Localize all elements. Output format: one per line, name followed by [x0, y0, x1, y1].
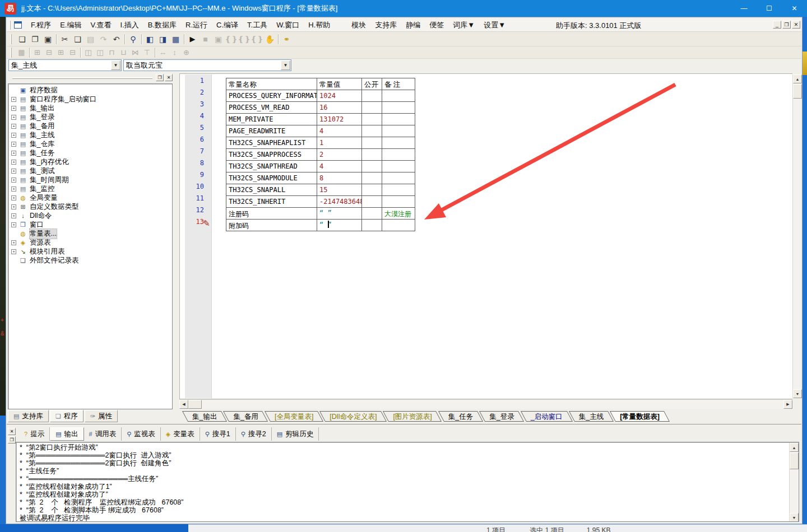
toolbar-icon[interactable]: ▤ [84, 33, 97, 45]
menu-item[interactable]: T.工具 [243, 19, 272, 31]
toolbar-icon[interactable]: ⊞ [55, 47, 67, 58]
toolbar-icon[interactable]: ⊤ [141, 47, 153, 58]
panel-tab[interactable]: ❏ 程序 [50, 410, 84, 422]
tree-item[interactable]: + ❏ 外部文件记录表 [10, 256, 171, 265]
tree-item[interactable]: + ▤ 集_测试 [10, 166, 171, 175]
scroll-left-icon[interactable]: ◀ [179, 400, 188, 409]
constant-name-cell[interactable]: TH32CS_SNAPHEAPLIST [226, 137, 317, 149]
tree-item[interactable]: + ▤ 集_仓库 [10, 139, 171, 148]
editor-tab[interactable]: 集_主线 [572, 411, 611, 422]
public-cell[interactable] [362, 184, 382, 196]
tree-item[interactable]: + ⊞ 自定义数据类型 [10, 202, 171, 211]
editor-tab[interactable]: [常量数据表] [613, 411, 667, 422]
toolbar-icon[interactable] [78, 47, 82, 58]
menu-item[interactable]: H.帮助 [304, 19, 335, 31]
toolbar-icon[interactable]: ❴❵ [225, 33, 238, 45]
toolbar-icon[interactable]: ⚭ [280, 33, 293, 45]
mdi-window-button[interactable]: ✕ [792, 21, 800, 29]
panel-close-button[interactable]: ✕ [165, 74, 173, 81]
public-cell[interactable] [362, 208, 382, 220]
constant-value-cell[interactable]: 2 [317, 149, 362, 161]
tree-item[interactable]: + ▤ 集_备用 [10, 122, 171, 130]
output-tab[interactable]: ▤ 输出 [50, 427, 84, 441]
constant-name-cell[interactable]: PROCESS_VM_READ [226, 102, 317, 114]
expand-plus-icon[interactable]: + [11, 240, 16, 245]
menu-item[interactable]: 支持库 [370, 19, 401, 31]
public-cell[interactable] [362, 102, 382, 114]
column-header[interactable]: 公开 [362, 78, 382, 90]
editor-tab[interactable]: 集_备用 [226, 411, 265, 422]
constant-name-cell[interactable]: TH32CS_INHERIT [226, 196, 317, 208]
editor-tab[interactable]: 集_任务 [441, 411, 480, 422]
toolbar-icon[interactable]: ▦ [169, 33, 182, 45]
public-cell[interactable] [362, 161, 382, 172]
tree-item[interactable]: + ▤ 集_主线 [10, 130, 171, 139]
expand-plus-icon[interactable]: + [11, 160, 16, 165]
toolbar-icon[interactable]: ⊓ [106, 47, 118, 58]
menu-item[interactable]: 设置▼ [479, 19, 510, 31]
panel-tab[interactable]: ✑ 属性 [85, 410, 118, 422]
expand-plus-icon[interactable]: + [11, 115, 16, 120]
tree-item[interactable]: + ▤ 集_监控 [10, 184, 171, 193]
table-row[interactable]: TH32CS_SNAPHEAPLIST 1 [226, 137, 415, 149]
toolbar-icon[interactable]: ▣ [212, 33, 225, 45]
menu-item[interactable]: V.查看 [86, 19, 115, 31]
remark-cell[interactable] [382, 125, 415, 137]
panel-grip[interactable] [12, 77, 152, 79]
minimize-button[interactable]: — [731, 0, 757, 17]
output-tab[interactable]: ▤ 剪辑历史 [272, 427, 319, 441]
output-restore-icon[interactable]: ❐ [8, 436, 16, 444]
toolbar-icon[interactable]: ↔ [157, 47, 169, 58]
tree-item[interactable]: + ▤ 集_内存优化 [10, 157, 171, 166]
toolbar-icon[interactable]: ❴❵ [238, 33, 251, 45]
constant-name-cell[interactable]: TH32CS_SNAPALL [226, 184, 317, 196]
column-header[interactable]: 常量值 [317, 78, 362, 90]
tree-item[interactable]: + ❒ 窗口 [10, 220, 171, 229]
menu-item[interactable]: F.程序 [26, 19, 55, 31]
remark-cell[interactable] [382, 137, 415, 149]
toolbar-icon[interactable]: ⊕ [180, 47, 192, 58]
constant-value-cell[interactable]: 1024 [317, 90, 362, 102]
toolbar-icon[interactable]: ❴❵ [251, 33, 263, 45]
document-icon[interactable] [14, 21, 22, 29]
expand-plus-icon[interactable]: + [11, 142, 16, 147]
constant-value-cell[interactable]: 8 [317, 172, 362, 184]
editor-tab[interactable]: [图片资源表] [386, 411, 439, 422]
expand-plus-icon[interactable]: + [11, 97, 16, 102]
toolbar-icon[interactable]: ⚲ [127, 33, 140, 45]
mdi-window-button[interactable]: ❐ [782, 21, 791, 29]
tree-item[interactable]: + ↘ 模块引用表 [10, 247, 171, 256]
table-row[interactable]: TH32CS_SNAPALL 15 [226, 184, 415, 196]
public-cell[interactable] [362, 172, 382, 184]
constant-name-cell[interactable]: 附加码 [226, 220, 317, 231]
editor-tab[interactable]: 集_登录 [482, 411, 521, 422]
tree-item[interactable]: + ↓ Dll命令 [10, 211, 171, 220]
output-tab[interactable]: ⚲ 搜寻1 [200, 427, 236, 441]
expand-plus-icon[interactable]: + [11, 151, 16, 156]
chevron-down-icon[interactable]: ▼ [111, 60, 120, 70]
menu-item[interactable]: C.编译 [212, 19, 243, 31]
editor-tab[interactable]: 集_输出 [185, 411, 224, 422]
remark-cell[interactable] [382, 149, 415, 161]
table-row[interactable]: 注册码 “ ” 大漠注册 [226, 208, 415, 220]
toolbar-icon[interactable] [182, 33, 186, 45]
remark-cell[interactable] [382, 172, 415, 184]
tree-item[interactable]: + ▤ 集_输出 [10, 104, 171, 113]
table-row[interactable]: TH32CS_SNAPPROCESS 2 [226, 149, 415, 161]
panel-restore-button[interactable]: ❐ [156, 74, 164, 81]
remark-cell[interactable] [382, 102, 415, 114]
scroll-down-icon[interactable]: ▼ [790, 513, 799, 522]
toolbar-icon[interactable]: ✂ [58, 33, 71, 45]
constant-name-cell[interactable]: TH32CS_SNAPPROCESS [226, 149, 317, 161]
output-log[interactable]: * “第2窗口执行开始游戏” * “第══════════════2窗口执行 进… [16, 442, 799, 522]
menu-item[interactable]: E.编辑 [55, 19, 86, 31]
constant-name-cell[interactable]: PAGE_READWRITE [226, 125, 317, 137]
scrollbar-thumb[interactable] [790, 452, 799, 469]
public-cell[interactable] [362, 196, 382, 208]
expand-plus-icon[interactable]: + [11, 204, 16, 209]
constant-value-cell[interactable]: 4 [317, 161, 362, 172]
menu-item[interactable]: R.运行 [181, 19, 212, 31]
expand-plus-icon[interactable]: + [11, 213, 16, 218]
constant-value-cell[interactable]: “ ” [317, 220, 362, 231]
scroll-up-icon[interactable]: ▲ [793, 74, 802, 83]
